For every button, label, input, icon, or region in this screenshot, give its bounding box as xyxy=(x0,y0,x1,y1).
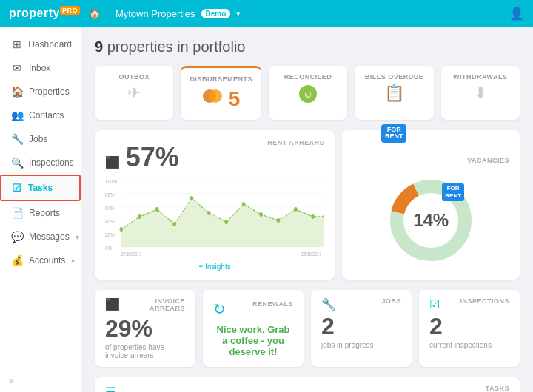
summary-card-reconciled[interactable]: RECONCILED ☺ xyxy=(269,66,347,120)
reconciled-label: RECONCILED xyxy=(284,73,332,81)
svg-point-18 xyxy=(138,214,141,219)
invoice-arrears-sub: of properties have invoice arrears xyxy=(105,343,185,359)
vacancies-label: VACANCIES xyxy=(352,157,509,164)
jobs-label: JOBS xyxy=(381,297,401,305)
renewals-icon: ↻ xyxy=(213,300,226,318)
svg-point-1 xyxy=(209,89,222,103)
svg-point-28 xyxy=(311,214,315,219)
invoice-arrears-card: ⬛ INVOICE ARREARS 29% of properties have… xyxy=(95,290,195,367)
sidebar-item-label: Dashboard xyxy=(28,39,72,50)
sidebar-item-inspections[interactable]: 🔍 Inspections xyxy=(0,151,81,175)
sidebar-item-inbox[interactable]: ✉ Inbox xyxy=(0,56,81,80)
inspections-sub: current inspections xyxy=(429,341,509,349)
tasks-card: ☰ TASKS 3 tasks to do xyxy=(95,377,520,392)
sidebar-item-dashboard[interactable]: ⊞ Dashboard xyxy=(0,33,81,56)
svg-point-21 xyxy=(190,196,194,200)
sidebar-item-label: Inspections xyxy=(29,158,74,168)
svg-text:40%: 40% xyxy=(105,218,115,225)
inspections-icon: ☑ xyxy=(429,297,440,311)
jobs-icon: 🔧 xyxy=(321,297,336,311)
vacancies-percentage: 14% xyxy=(413,210,449,231)
tasks-card-label: TASKS xyxy=(486,385,509,392)
messages-icon: 💬 xyxy=(11,231,23,243)
svg-text:80%: 80% xyxy=(105,192,115,198)
reports-icon: 📄 xyxy=(11,207,23,219)
mid-row: ⬛ 57% RENT ARREARS 100% 80% 60% 40% 20% … xyxy=(95,130,520,280)
bills-overdue-icon: 📋 xyxy=(384,84,404,103)
sidebar-item-messages[interactable]: 💬 Messages ▾ xyxy=(0,225,81,249)
svg-point-17 xyxy=(119,227,123,232)
svg-point-27 xyxy=(294,207,298,212)
rent-arrears-icon: ⬛ xyxy=(105,156,120,169)
summary-card-outbox[interactable]: OUTBOX ✈ xyxy=(95,66,173,120)
topbar: propertyPRO 🏠 Mytown Properties Demo ▾ 👤 xyxy=(0,0,533,27)
reconciled-icon: ☺ xyxy=(298,84,318,109)
svg-text:20%: 20% xyxy=(105,232,115,238)
svg-point-25 xyxy=(259,212,263,217)
jobs-icon: 🔧 xyxy=(11,133,23,145)
svg-point-24 xyxy=(242,202,246,206)
withdrawals-label: WITHDRAWALS xyxy=(453,73,508,81)
sidebar-item-label: Inbox xyxy=(29,63,50,73)
demo-badge: Demo xyxy=(201,9,231,18)
tasks-icon: ☑ xyxy=(10,182,22,194)
renewals-message: Nice work. Grab a coffee - you deserve i… xyxy=(213,324,293,357)
jobs-count: 2 xyxy=(321,314,401,338)
svg-text:27/09/2017: 27/09/2017 xyxy=(121,251,142,257)
sidebar-item-jobs[interactable]: 🔧 Jobs xyxy=(0,127,81,151)
svg-text:100%: 100% xyxy=(105,178,117,185)
main-content: 9 properties in portfolio OUTBOX ✈ DISBU… xyxy=(81,27,533,392)
topbar-center: Mytown Properties Demo ▾ xyxy=(115,8,241,19)
svg-point-22 xyxy=(207,211,211,215)
accounts-arrow-icon: ▾ xyxy=(71,257,75,265)
jobs-card: 🔧 JOBS 2 jobs in progress xyxy=(311,290,412,367)
svg-text:☺: ☺ xyxy=(303,88,313,100)
sidebar-item-label: Contacts xyxy=(29,110,64,121)
jobs-sub: jobs in progress xyxy=(321,341,401,349)
rent-arrears-percentage: 57% xyxy=(126,142,179,173)
invoice-arrears-percentage: 29% xyxy=(105,317,185,340)
tasks-row: ☰ TASKS 3 tasks to do xyxy=(95,377,520,392)
sidebar-item-properties[interactable]: 🏠 Properties xyxy=(0,80,81,104)
outbox-icon: ✈ xyxy=(127,84,141,103)
sidebar-item-accounts[interactable]: 💰 Accounts ▾ xyxy=(0,249,81,272)
disbursements-label: DISBURSEMENTS xyxy=(190,75,252,83)
chart-area: 100% 80% 60% 40% 20% 0% xyxy=(105,176,324,260)
disbursements-icon xyxy=(202,86,223,111)
svg-point-19 xyxy=(155,207,159,212)
svg-text:26/10/2017: 26/10/2017 xyxy=(301,251,322,257)
inspections-count: 2 xyxy=(429,314,509,338)
svg-point-26 xyxy=(277,218,281,223)
rent-arrears-card: ⬛ 57% RENT ARREARS 100% 80% 60% 40% 20% … xyxy=(95,130,335,280)
user-icon[interactable]: 👤 xyxy=(509,7,524,21)
sidebar: ⊞ Dashboard ✉ Inbox 🏠 Properties 👥 Conta… xyxy=(0,27,81,392)
contacts-icon: 👥 xyxy=(11,109,23,121)
app-logo: propertyPRO xyxy=(9,7,80,20)
sidebar-item-contacts[interactable]: 👥 Contacts xyxy=(0,104,81,127)
sidebar-item-label: Accounts xyxy=(29,255,65,266)
summary-card-withdrawals[interactable]: WITHDRAWALS ⬇ xyxy=(441,66,520,120)
page-title: 9 properties in portfolio xyxy=(95,38,520,55)
location-dropdown-icon[interactable]: ▾ xyxy=(236,9,241,18)
dashboard-icon: ⊞ xyxy=(11,38,22,50)
sidebar-item-tasks[interactable]: ☑ Tasks xyxy=(0,175,81,201)
tasks-card-icon: ☰ xyxy=(105,385,115,392)
inspections-label: INSPECTIONS xyxy=(460,297,509,305)
summary-card-bills-overdue[interactable]: BILLS OVERDUE 📋 xyxy=(355,66,433,120)
sidebar-item-label: Properties xyxy=(29,87,70,97)
location-icon: 🏠 xyxy=(89,8,101,19)
portfolio-count: 9 xyxy=(95,38,103,55)
renewals-label: RENEWALS xyxy=(252,300,293,308)
location-name: Mytown Properties xyxy=(115,8,195,19)
svg-point-23 xyxy=(224,220,228,224)
invoice-arrears-label: INVOICE ARREARS xyxy=(120,297,185,312)
portfolio-label: properties in portfolio xyxy=(107,38,246,55)
insights-link[interactable]: Insights xyxy=(105,263,324,271)
summary-row: OUTBOX ✈ DISBURSEMENTS 5 R xyxy=(95,66,520,120)
sidebar-item-reports[interactable]: 📄 Reports xyxy=(0,201,81,225)
summary-card-disbursements[interactable]: DISBURSEMENTS 5 xyxy=(181,66,261,120)
renewals-card: ↻ RENEWALS Nice work. Grab a coffee - yo… xyxy=(203,290,304,367)
sidebar-collapse-button[interactable]: « xyxy=(0,370,81,392)
svg-text:60%: 60% xyxy=(105,205,115,212)
sidebar-item-label: Reports xyxy=(29,208,60,218)
